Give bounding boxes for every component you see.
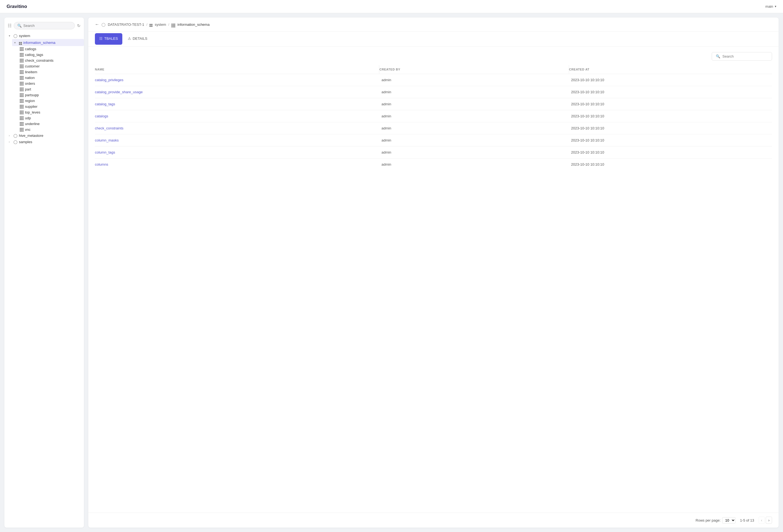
sidebar-item-orders[interactable]: orders bbox=[18, 81, 84, 86]
sidebar-item-label: orders bbox=[25, 82, 35, 86]
tab-details[interactable]: ⚠ DETAILS bbox=[123, 33, 152, 45]
sidebar-item-label: catlog_tags bbox=[25, 53, 43, 57]
catalog-icon: ◯ bbox=[13, 133, 18, 138]
sidebar-item-customer[interactable]: customer bbox=[18, 63, 84, 69]
sidebar-item-udp[interactable]: udp bbox=[18, 115, 84, 121]
table-name-link[interactable]: columns bbox=[95, 162, 108, 166]
cell-name: catalog_provide_share_usage bbox=[95, 86, 379, 98]
sidebar-item-label: part bbox=[25, 87, 31, 91]
sidebar-item-partsupp[interactable]: partsupp bbox=[18, 92, 84, 98]
table-icon bbox=[20, 88, 24, 91]
cell-created-by: admin bbox=[379, 147, 569, 158]
catalog-crumb-icon: ◯ bbox=[101, 23, 105, 27]
cell-name: check_constraints bbox=[95, 122, 379, 134]
table-icon bbox=[20, 93, 24, 97]
pagination-range: 1-5 of 13 bbox=[740, 518, 754, 523]
cell-created-by: admin bbox=[379, 98, 569, 110]
rows-per-page-select[interactable]: 10 5 25 50 bbox=[722, 517, 735, 524]
table-row: catalog_tags admin 2023-10-10 10:10:10 bbox=[95, 98, 772, 110]
sidebar-search-input[interactable] bbox=[23, 24, 71, 28]
search-icon: 🔍 bbox=[17, 24, 22, 28]
next-page-button[interactable]: › bbox=[766, 517, 772, 524]
table-name-link[interactable]: column_masks bbox=[95, 138, 119, 142]
cell-created-by: admin bbox=[379, 122, 569, 134]
breadcrumb-catalog: DATASTRATO-TEST-1 bbox=[108, 23, 144, 27]
col-header-name: NAME bbox=[95, 65, 379, 74]
sidebar-item-vnc[interactable]: vnc bbox=[18, 127, 84, 132]
tab-tables[interactable]: ☷ TBALES bbox=[95, 33, 122, 45]
chevron-right-icon: › bbox=[9, 134, 12, 137]
table-search-icon: 🔍 bbox=[716, 54, 720, 58]
sidebar-item-check-constraints[interactable]: check_constraints bbox=[18, 58, 84, 63]
cell-created-at: 2023-10-10 10:10:10 bbox=[569, 147, 772, 158]
sidebar-item-samples[interactable]: › ◯ samples bbox=[7, 139, 84, 145]
sidebar-item-label: top_leves bbox=[25, 110, 40, 114]
sidebar-item-label: samples bbox=[19, 140, 32, 144]
cell-created-at: 2023-10-10 10:10:10 bbox=[569, 122, 772, 134]
breadcrumb: ← ◯ DATASTRATO-TEST-1 / system / informa… bbox=[88, 18, 779, 32]
cell-name: catalogs bbox=[95, 110, 379, 122]
app-logo: Gravitino bbox=[7, 4, 27, 9]
col-header-created-by: CREATED BY bbox=[379, 65, 569, 74]
table-search-input[interactable] bbox=[722, 54, 768, 58]
sidebar-item-label: customer bbox=[25, 64, 39, 68]
sidebar-item-underline[interactable]: underline bbox=[18, 121, 84, 127]
content-panel: ← ◯ DATASTRATO-TEST-1 / system / informa… bbox=[88, 18, 779, 528]
main-layout: ☷ 🔍 ↻ ▾ ◯ system ▾ informa bbox=[0, 13, 783, 532]
table-area: 🔍 NAME CREATED BY CREATED AT bbox=[88, 46, 779, 512]
sidebar-item-nation[interactable]: nation bbox=[18, 75, 84, 81]
cell-name: columns bbox=[95, 158, 379, 170]
table-search-box: 🔍 bbox=[712, 52, 772, 61]
table-name-link[interactable]: catalog_provide_share_usage bbox=[95, 90, 143, 94]
sidebar-item-label: udp bbox=[25, 116, 31, 120]
sidebar-item-label: catlogs bbox=[25, 47, 36, 51]
chevron-down-icon: ▾ bbox=[9, 34, 12, 37]
refresh-icon[interactable]: ↻ bbox=[77, 23, 81, 28]
breadcrumb-separator-1: / bbox=[147, 23, 148, 27]
table-icon bbox=[20, 70, 24, 74]
sidebar-item-catlogs[interactable]: catlogs bbox=[18, 46, 84, 52]
back-button[interactable]: ← bbox=[95, 22, 99, 27]
rows-per-page: Rows per page: 10 5 25 50 bbox=[695, 517, 735, 524]
sidebar-item-top-leves[interactable]: top_leves bbox=[18, 109, 84, 115]
catalog-icon: ◯ bbox=[13, 140, 18, 144]
sidebar-item-supplier[interactable]: supplier bbox=[18, 104, 84, 109]
sidebar-item-information-schema[interactable]: ▾ information_schema bbox=[12, 39, 84, 46]
cell-created-at: 2023-10-10 10:10:10 bbox=[569, 134, 772, 147]
table-name-link[interactable]: catalogs bbox=[95, 114, 108, 118]
sidebar-item-catlog-tags[interactable]: catlog_tags bbox=[18, 52, 84, 58]
cell-created-at: 2023-10-10 10:10:10 bbox=[569, 98, 772, 110]
sidebar-tree: ▾ ◯ system ▾ information_schema catlogs bbox=[4, 33, 84, 145]
table-crumb-icon bbox=[171, 21, 175, 27]
sidebar-item-label: information_schema bbox=[23, 40, 55, 45]
table-icon bbox=[20, 111, 24, 114]
table-name-link[interactable]: catalog_tags bbox=[95, 102, 115, 106]
sidebar-item-label: underline bbox=[25, 122, 40, 126]
table-row: check_constraints admin 2023-10-10 10:10… bbox=[95, 122, 772, 134]
sidebar-item-lineitem[interactable]: lineitem bbox=[18, 69, 84, 75]
sidebar-item-hive-metastore[interactable]: › ◯ hive_metastore bbox=[7, 132, 84, 139]
chevron-down-icon: ▾ bbox=[14, 41, 18, 44]
sidebar-item-label: nation bbox=[25, 76, 35, 80]
sidebar-item-region[interactable]: region bbox=[18, 98, 84, 104]
pagination-nav: ‹ › bbox=[759, 517, 772, 524]
catalog-icon: ◯ bbox=[13, 34, 18, 38]
table-name-link[interactable]: check_constraints bbox=[95, 126, 123, 130]
cell-created-at: 2023-10-10 10:10:10 bbox=[569, 158, 772, 170]
sidebar-item-label: region bbox=[25, 99, 35, 103]
cell-created-by: admin bbox=[379, 74, 569, 86]
breadcrumb-table: information_schema bbox=[178, 23, 210, 27]
cell-created-by: admin bbox=[379, 86, 569, 98]
table-name-link[interactable]: catalog_privileges bbox=[95, 78, 123, 82]
table-row: catalog_privileges admin 2023-10-10 10:1… bbox=[95, 74, 772, 86]
pagination: Rows per page: 10 5 25 50 1-5 of 13 ‹ › bbox=[88, 512, 779, 528]
branch-selector[interactable]: main ▾ bbox=[765, 4, 776, 8]
tab-bar: ☷ TBALES ⚠ DETAILS bbox=[88, 32, 779, 46]
table-name-link[interactable]: column_tags bbox=[95, 150, 115, 154]
prev-page-button[interactable]: ‹ bbox=[759, 517, 765, 524]
table-row: columns admin 2023-10-10 10:10:10 bbox=[95, 158, 772, 170]
sidebar-item-system[interactable]: ▾ ◯ system bbox=[7, 33, 84, 39]
sidebar: ☷ 🔍 ↻ ▾ ◯ system ▾ informa bbox=[4, 18, 84, 528]
sidebar-item-part[interactable]: part bbox=[18, 86, 84, 92]
filter-icon[interactable]: ☷ bbox=[8, 23, 11, 28]
